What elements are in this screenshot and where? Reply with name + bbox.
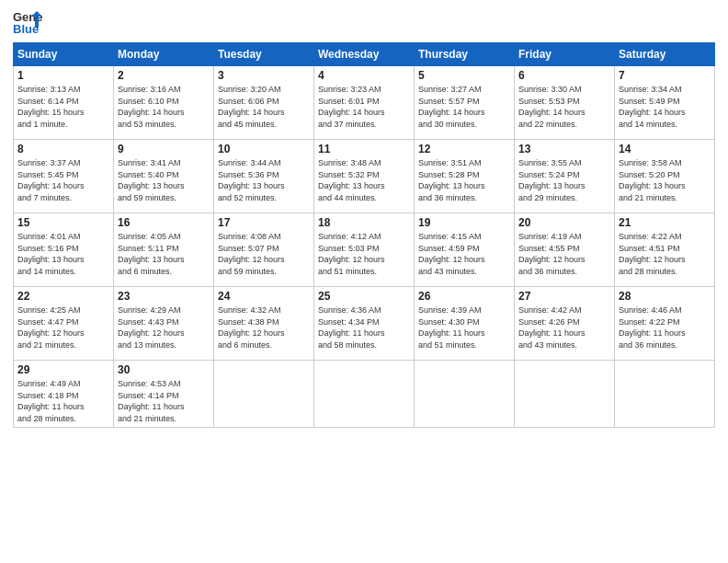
calendar-week-row: 29Sunrise: 4:49 AM Sunset: 4:18 PM Dayli… xyxy=(14,361,715,428)
day-number: 14 xyxy=(619,143,711,155)
day-number: 21 xyxy=(619,216,711,229)
day-number: 12 xyxy=(418,143,510,155)
calendar-cell: 25Sunrise: 4:36 AM Sunset: 4:34 PM Dayli… xyxy=(314,287,415,361)
calendar-cell: 14Sunrise: 3:58 AM Sunset: 5:20 PM Dayli… xyxy=(615,140,715,213)
calendar-cell: 2Sunrise: 3:16 AM Sunset: 6:10 PM Daylig… xyxy=(114,66,214,140)
day-number: 4 xyxy=(318,69,410,82)
day-info: Sunrise: 3:23 AM Sunset: 6:01 PM Dayligh… xyxy=(318,84,410,130)
calendar-cell: 13Sunrise: 3:55 AM Sunset: 5:24 PM Dayli… xyxy=(515,140,615,213)
day-number: 19 xyxy=(418,216,510,229)
day-number: 24 xyxy=(218,290,310,303)
day-number: 20 xyxy=(518,216,610,229)
svg-text:Blue: Blue xyxy=(13,22,39,35)
calendar-day-header: Thursday xyxy=(415,43,515,66)
day-number: 1 xyxy=(17,69,109,82)
day-number: 23 xyxy=(118,290,210,303)
day-info: Sunrise: 4:19 AM Sunset: 4:55 PM Dayligh… xyxy=(518,231,610,277)
day-number: 27 xyxy=(518,290,610,303)
calendar-day-header: Monday xyxy=(114,43,214,66)
day-info: Sunrise: 4:39 AM Sunset: 4:30 PM Dayligh… xyxy=(418,304,510,350)
day-number: 28 xyxy=(619,290,711,303)
calendar-cell: 4Sunrise: 3:23 AM Sunset: 6:01 PM Daylig… xyxy=(314,66,415,140)
calendar-cell xyxy=(615,361,715,428)
calendar-cell: 22Sunrise: 4:25 AM Sunset: 4:47 PM Dayli… xyxy=(14,287,114,361)
calendar-cell: 15Sunrise: 4:01 AM Sunset: 5:16 PM Dayli… xyxy=(14,213,114,287)
calendar-cell: 30Sunrise: 4:53 AM Sunset: 4:14 PM Dayli… xyxy=(114,361,214,428)
calendar-cell: 10Sunrise: 3:44 AM Sunset: 5:36 PM Dayli… xyxy=(214,140,314,213)
calendar-cell: 17Sunrise: 4:08 AM Sunset: 5:07 PM Dayli… xyxy=(214,213,314,287)
calendar-cell: 20Sunrise: 4:19 AM Sunset: 4:55 PM Dayli… xyxy=(515,213,615,287)
calendar-cell: 24Sunrise: 4:32 AM Sunset: 4:38 PM Dayli… xyxy=(214,287,314,361)
calendar-cell: 18Sunrise: 4:12 AM Sunset: 5:03 PM Dayli… xyxy=(314,213,415,287)
day-number: 26 xyxy=(418,290,510,303)
day-info: Sunrise: 4:36 AM Sunset: 4:34 PM Dayligh… xyxy=(318,304,410,350)
logo: General Blue xyxy=(13,9,42,35)
calendar-cell: 23Sunrise: 4:29 AM Sunset: 4:43 PM Dayli… xyxy=(114,287,214,361)
day-info: Sunrise: 3:37 AM Sunset: 5:45 PM Dayligh… xyxy=(17,157,109,203)
day-number: 8 xyxy=(17,143,109,155)
day-number: 30 xyxy=(118,363,210,376)
day-info: Sunrise: 3:13 AM Sunset: 6:14 PM Dayligh… xyxy=(17,84,109,130)
calendar: SundayMondayTuesdayWednesdayThursdayFrid… xyxy=(13,42,715,428)
calendar-cell xyxy=(415,361,515,428)
calendar-cell: 5Sunrise: 3:27 AM Sunset: 5:57 PM Daylig… xyxy=(415,66,515,140)
day-info: Sunrise: 4:15 AM Sunset: 4:59 PM Dayligh… xyxy=(418,231,510,277)
day-number: 18 xyxy=(318,216,410,229)
page: General Blue SundayMondayTuesdayWednesda… xyxy=(0,0,728,563)
header: General Blue xyxy=(13,9,715,35)
calendar-cell: 26Sunrise: 4:39 AM Sunset: 4:30 PM Dayli… xyxy=(415,287,515,361)
day-number: 3 xyxy=(218,69,310,82)
calendar-day-header: Tuesday xyxy=(214,43,314,66)
day-info: Sunrise: 3:20 AM Sunset: 6:06 PM Dayligh… xyxy=(218,84,310,130)
calendar-header-row: SundayMondayTuesdayWednesdayThursdayFrid… xyxy=(14,43,715,66)
day-info: Sunrise: 3:44 AM Sunset: 5:36 PM Dayligh… xyxy=(218,157,310,203)
day-number: 6 xyxy=(518,69,610,82)
calendar-cell: 7Sunrise: 3:34 AM Sunset: 5:49 PM Daylig… xyxy=(615,66,715,140)
day-info: Sunrise: 4:29 AM Sunset: 4:43 PM Dayligh… xyxy=(118,304,210,350)
calendar-day-header: Sunday xyxy=(14,43,114,66)
calendar-cell: 11Sunrise: 3:48 AM Sunset: 5:32 PM Dayli… xyxy=(314,140,415,213)
day-info: Sunrise: 3:16 AM Sunset: 6:10 PM Dayligh… xyxy=(118,84,210,130)
day-number: 22 xyxy=(17,290,109,303)
day-info: Sunrise: 3:55 AM Sunset: 5:24 PM Dayligh… xyxy=(518,157,610,203)
calendar-cell: 19Sunrise: 4:15 AM Sunset: 4:59 PM Dayli… xyxy=(415,213,515,287)
calendar-cell: 8Sunrise: 3:37 AM Sunset: 5:45 PM Daylig… xyxy=(14,140,114,213)
day-info: Sunrise: 4:32 AM Sunset: 4:38 PM Dayligh… xyxy=(218,304,310,350)
day-info: Sunrise: 4:22 AM Sunset: 4:51 PM Dayligh… xyxy=(619,231,711,277)
calendar-week-row: 8Sunrise: 3:37 AM Sunset: 5:45 PM Daylig… xyxy=(14,140,715,213)
day-info: Sunrise: 4:53 AM Sunset: 4:14 PM Dayligh… xyxy=(118,378,210,424)
day-info: Sunrise: 4:05 AM Sunset: 5:11 PM Dayligh… xyxy=(118,231,210,277)
day-info: Sunrise: 3:30 AM Sunset: 5:53 PM Dayligh… xyxy=(518,84,610,130)
calendar-cell: 6Sunrise: 3:30 AM Sunset: 5:53 PM Daylig… xyxy=(515,66,615,140)
calendar-cell: 27Sunrise: 4:42 AM Sunset: 4:26 PM Dayli… xyxy=(515,287,615,361)
calendar-cell: 29Sunrise: 4:49 AM Sunset: 4:18 PM Dayli… xyxy=(14,361,114,428)
calendar-day-header: Friday xyxy=(515,43,615,66)
day-info: Sunrise: 3:41 AM Sunset: 5:40 PM Dayligh… xyxy=(118,157,210,203)
calendar-week-row: 1Sunrise: 3:13 AM Sunset: 6:14 PM Daylig… xyxy=(14,66,715,140)
calendar-cell xyxy=(214,361,314,428)
calendar-week-row: 22Sunrise: 4:25 AM Sunset: 4:47 PM Dayli… xyxy=(14,287,715,361)
calendar-cell xyxy=(314,361,415,428)
day-info: Sunrise: 4:12 AM Sunset: 5:03 PM Dayligh… xyxy=(318,231,410,277)
day-number: 10 xyxy=(218,143,310,155)
calendar-cell: 1Sunrise: 3:13 AM Sunset: 6:14 PM Daylig… xyxy=(14,66,114,140)
day-number: 2 xyxy=(118,69,210,82)
calendar-cell: 28Sunrise: 4:46 AM Sunset: 4:22 PM Dayli… xyxy=(615,287,715,361)
day-number: 5 xyxy=(418,69,510,82)
day-info: Sunrise: 3:34 AM Sunset: 5:49 PM Dayligh… xyxy=(619,84,711,130)
day-number: 7 xyxy=(619,69,711,82)
day-info: Sunrise: 4:25 AM Sunset: 4:47 PM Dayligh… xyxy=(17,304,109,350)
day-number: 16 xyxy=(118,216,210,229)
day-info: Sunrise: 3:48 AM Sunset: 5:32 PM Dayligh… xyxy=(318,157,410,203)
calendar-day-header: Wednesday xyxy=(314,43,415,66)
day-number: 17 xyxy=(218,216,310,229)
calendar-cell: 12Sunrise: 3:51 AM Sunset: 5:28 PM Dayli… xyxy=(415,140,515,213)
day-info: Sunrise: 3:58 AM Sunset: 5:20 PM Dayligh… xyxy=(619,157,711,203)
day-number: 13 xyxy=(518,143,610,155)
day-number: 9 xyxy=(118,143,210,155)
calendar-cell: 21Sunrise: 4:22 AM Sunset: 4:51 PM Dayli… xyxy=(615,213,715,287)
calendar-day-header: Saturday xyxy=(615,43,715,66)
calendar-cell: 3Sunrise: 3:20 AM Sunset: 6:06 PM Daylig… xyxy=(214,66,314,140)
day-info: Sunrise: 4:08 AM Sunset: 5:07 PM Dayligh… xyxy=(218,231,310,277)
calendar-cell: 16Sunrise: 4:05 AM Sunset: 5:11 PM Dayli… xyxy=(114,213,214,287)
